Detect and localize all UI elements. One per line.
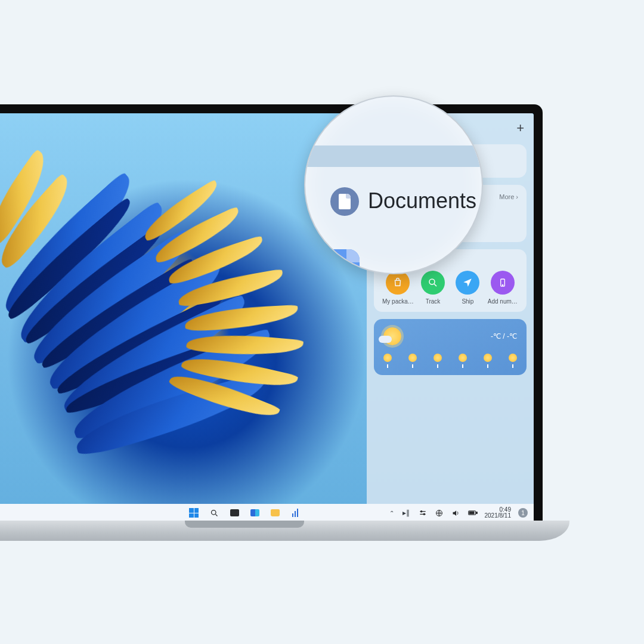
sun-icon: [383, 354, 392, 362]
svg-point-0: [429, 279, 435, 284]
file-explorer-button[interactable]: [270, 508, 280, 518]
sun-icon: [484, 354, 492, 362]
widgets-button[interactable]: [250, 508, 259, 518]
start-button[interactable]: [189, 508, 199, 518]
svg-point-5: [423, 513, 425, 515]
svg-point-3: [211, 510, 216, 515]
tray-volume-button[interactable]: [451, 508, 461, 518]
package-label: Add num…: [488, 298, 518, 305]
battery-icon: [468, 509, 478, 516]
clock-date: 2021/8/11: [485, 513, 512, 519]
bag-icon: [386, 271, 410, 295]
svg-rect-9: [469, 512, 474, 514]
add-widget-button[interactable]: +: [516, 123, 524, 134]
widgets-icon: [250, 509, 259, 516]
package-action-mypackages[interactable]: My packa…: [382, 271, 414, 305]
tray-battery-button[interactable]: [468, 508, 478, 518]
sun-icon: [509, 354, 517, 362]
tray-network-button[interactable]: [435, 508, 444, 518]
sun-icon: [459, 354, 467, 362]
phone-icon: [491, 271, 515, 295]
temperature: -℃ / -℃: [491, 332, 517, 340]
sliders-icon: [419, 509, 427, 517]
taskbar-clock[interactable]: 0:49 2021/8/11: [485, 507, 512, 519]
windows-icon: [189, 508, 199, 518]
documents-more-link[interactable]: More ›: [499, 193, 518, 200]
sun-cloud-icon: [383, 327, 401, 345]
sun-icon: [408, 354, 417, 362]
notification-badge[interactable]: 1: [518, 508, 528, 518]
tray-settings-button[interactable]: [418, 508, 428, 518]
magnifier-overlay: Documents: [304, 95, 483, 274]
tray-media-button[interactable]: ▸∥: [401, 508, 411, 518]
forecast-row: [383, 354, 517, 368]
magnifier-title: Documents: [368, 188, 476, 213]
package-action-ship[interactable]: Ship: [452, 271, 483, 305]
search-icon: [210, 509, 219, 518]
documents-icon: [330, 187, 359, 216]
search-icon: [421, 271, 445, 295]
tray-overflow-button[interactable]: ⌃: [389, 510, 394, 516]
svg-point-4: [420, 511, 422, 512]
taskview-icon: [230, 509, 239, 516]
volume-icon: [451, 509, 460, 518]
svg-point-2: [502, 284, 503, 285]
package-action-track[interactable]: Track: [417, 271, 448, 305]
chart-icon: [292, 509, 298, 517]
taskbar-search-button[interactable]: [209, 508, 219, 518]
weather-card[interactable]: -℃ / -℃: [374, 319, 527, 375]
task-view-button[interactable]: [230, 508, 239, 518]
folder-icon: [271, 509, 280, 516]
app-button[interactable]: [290, 508, 300, 518]
package-action-addnumber[interactable]: Add num…: [487, 271, 518, 305]
svg-rect-8: [476, 512, 477, 514]
laptop-base: [0, 521, 569, 541]
package-label: Track: [426, 298, 441, 305]
globe-icon: [435, 509, 444, 518]
sun-icon: [434, 354, 442, 362]
package-label: My packa…: [382, 298, 414, 305]
send-icon: [456, 271, 479, 295]
package-label: Ship: [462, 298, 473, 305]
taskbar: ⌃ ▸∥ 0:49 2021/: [0, 504, 534, 522]
